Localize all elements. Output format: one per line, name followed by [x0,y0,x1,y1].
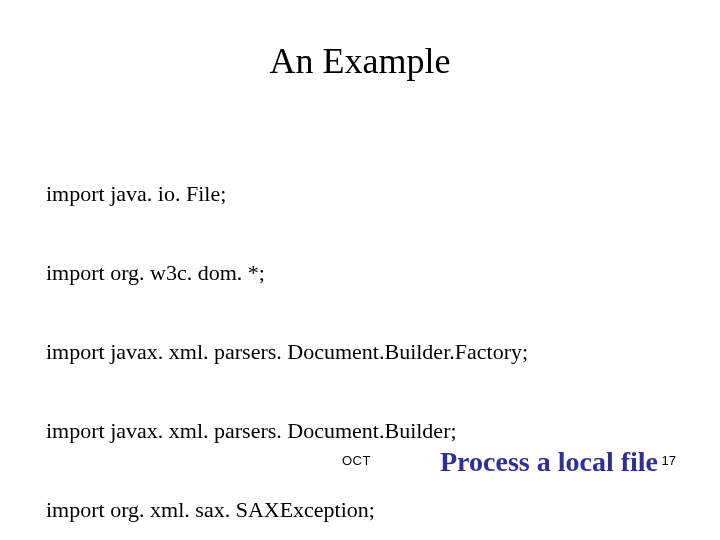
slide: An Example import java. io. File; import… [0,0,720,540]
code-line: import org. w3c. dom. *; [46,260,528,286]
code-line: import org. xml. sax. SAXException; [46,497,528,523]
code-line: import java. io. File; [46,181,528,207]
code-block: import java. io. File; import org. w3c. … [46,128,528,540]
slide-title: An Example [0,40,720,82]
footer-label: OCT [342,453,371,468]
page-number: 17 [662,453,676,468]
footer-note: Process a local file [440,446,658,478]
code-line: import javax. xml. parsers. Document.Bui… [46,418,528,444]
code-line: import javax. xml. parsers. Document.Bui… [46,339,528,365]
